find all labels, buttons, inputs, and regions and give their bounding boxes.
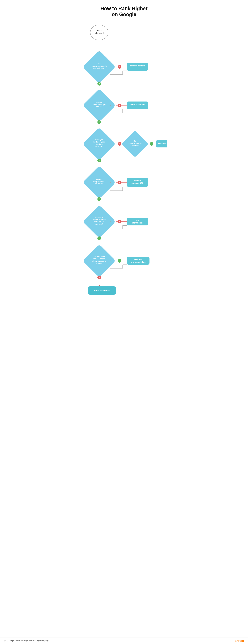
svg-text:Update content: Update content [158, 142, 167, 145]
svg-text:Does: Does [97, 63, 101, 65]
svg-text:search intent?: search intent? [93, 67, 105, 69]
svg-text:added internal: added internal [93, 218, 105, 221]
svg-text:✕: ✕ [119, 104, 120, 106]
svg-text:✕: ✕ [119, 221, 120, 223]
svg-text:Have you: Have you [95, 216, 103, 218]
svg-text:Realign content: Realign content [130, 65, 145, 67]
svg-text:relevant?: relevant? [95, 223, 103, 225]
svg-text:✕: ✕ [119, 66, 120, 68]
svg-text:recently?: recently? [95, 145, 103, 147]
svg-text:Choose: Choose [96, 30, 102, 32]
svg-text:✓: ✓ [98, 237, 100, 239]
svg-text:similar pages: similar pages [93, 258, 105, 260]
svg-text:Redirect: Redirect [134, 258, 142, 261]
footer: © i https://ahrefs.com/blog/how-to-rank-… [81, 638, 167, 644]
svg-rect-33 [127, 102, 148, 109]
svg-text:✓: ✓ [98, 160, 100, 162]
svg-text:updated your: updated your [93, 141, 105, 143]
svg-text:in full?: in full? [96, 106, 102, 108]
svg-text:content: content [96, 143, 103, 145]
svg-text:Do you have: Do you have [94, 256, 105, 258]
svg-text:Have you: Have you [95, 139, 103, 141]
svg-text:Improve: Improve [134, 180, 141, 182]
svg-text:✕: ✕ [98, 276, 100, 278]
svg-text:internal links: internal links [132, 222, 144, 224]
svg-text:on point?: on point? [95, 183, 103, 185]
svg-text:Improve content: Improve content [130, 103, 145, 105]
svg-text:links where: links where [94, 221, 104, 223]
svg-text:on-page SEO: on-page SEO [93, 180, 105, 182]
svg-text:your page match: your page match [92, 65, 107, 67]
svg-text:thing?: thing? [96, 262, 102, 264]
svg-text:a keyword: a keyword [95, 32, 104, 34]
svg-text:freshness?: freshness? [131, 144, 140, 146]
svg-text:Do: Do [134, 140, 136, 142]
svg-rect-127 [127, 257, 150, 265]
page-title: How to Rank Higher on Google [100, 6, 148, 17]
svg-rect-13 [127, 63, 148, 71]
svg-text:Add: Add [136, 220, 139, 222]
svg-text:✓: ✓ [98, 198, 100, 200]
svg-text:Build backlinks: Build backlinks [94, 290, 110, 292]
svg-text:Is your: Is your [96, 178, 102, 180]
svg-text:on-page SEO: on-page SEO [132, 182, 144, 184]
svg-text:cover the topic: cover the topic [93, 104, 106, 106]
svg-text:Does it: Does it [96, 101, 102, 103]
svg-text:✓: ✓ [119, 260, 120, 262]
svg-marker-139 [98, 285, 100, 286]
page: How to Rank Higher on Google Choose a ke… [81, 0, 167, 644]
svg-text:searchers value: searchers value [129, 142, 142, 144]
svg-text:✕: ✕ [119, 182, 120, 184]
svg-text:✓: ✓ [151, 143, 152, 145]
svg-text:about the same: about the same [92, 260, 106, 262]
svg-text:✓: ✓ [98, 121, 100, 123]
svg-rect-105 [127, 218, 148, 226]
flowchart-diagram: Choose a keyword Does your page match se… [85, 24, 163, 568]
svg-text:and consolidate: and consolidate [131, 261, 146, 263]
svg-text:✓: ✓ [98, 83, 100, 85]
svg-text:✕: ✕ [119, 143, 120, 145]
